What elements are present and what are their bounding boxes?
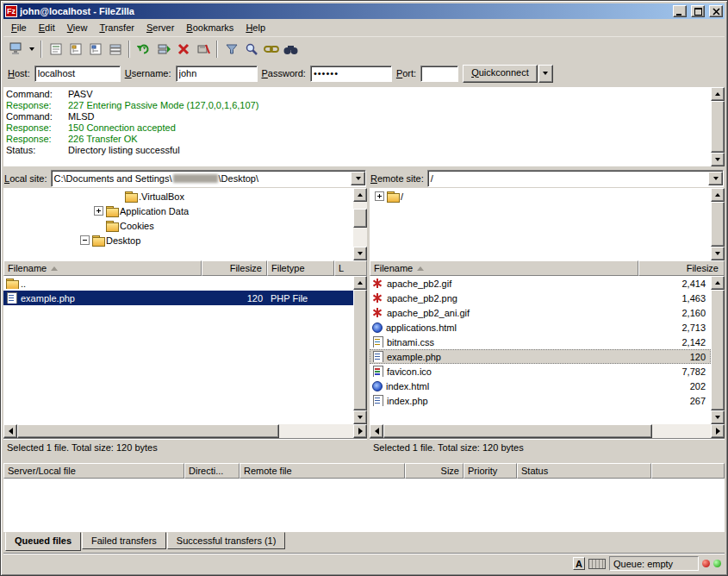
compare-directories-button[interactable] (241, 39, 261, 59)
local-tree-scrollbar[interactable] (353, 188, 367, 260)
local-site-dropdown-button[interactable] (351, 172, 365, 185)
file-row[interactable]: index.html 202 (370, 379, 711, 393)
username-input[interactable] (176, 66, 258, 82)
menu-transfer[interactable]: Transfer (93, 20, 140, 35)
refresh-button[interactable] (134, 39, 153, 59)
column-header-lastmodified[interactable]: L (334, 260, 367, 276)
scroll-down-button[interactable] (711, 247, 725, 260)
host-input[interactable] (34, 66, 121, 82)
scroll-down-button[interactable] (353, 410, 367, 424)
scroll-down-button[interactable] (711, 410, 725, 424)
close-button[interactable] (709, 5, 723, 17)
quickconnect-button[interactable]: Quickconnect (463, 65, 538, 83)
column-header-filetype[interactable]: Filetype (267, 260, 334, 276)
local-site-combo[interactable]: C:\Documents and Settings\\Desktop\ (51, 170, 366, 187)
scroll-left-button[interactable] (370, 424, 383, 438)
scrollbar-thumb[interactable] (711, 101, 725, 153)
file-row[interactable]: favicon.ico 7,782 (370, 364, 711, 379)
menu-help[interactable]: Help (240, 20, 271, 35)
scroll-down-button[interactable] (711, 153, 725, 166)
expander-minus-icon[interactable] (80, 235, 90, 245)
column-header-server-local-file[interactable]: Server/Local file (3, 463, 184, 479)
scrollbar-thumb[interactable] (711, 290, 725, 410)
titlebar[interactable]: john@localhost - FileZilla (3, 3, 725, 19)
scroll-left-button[interactable] (3, 424, 17, 438)
file-row-parent-dir[interactable]: .. (3, 276, 353, 291)
arrow-left-icon (9, 428, 13, 435)
local-horizontal-scrollbar[interactable] (3, 424, 367, 438)
scroll-right-button[interactable] (353, 424, 367, 438)
toggle-transfer-queue-button[interactable] (105, 39, 125, 59)
menu-server[interactable]: Server (140, 20, 180, 35)
remote-horizontal-scrollbar[interactable] (370, 424, 725, 438)
menu-bookmarks[interactable]: Bookmarks (180, 20, 240, 35)
remote-site-dropdown-button[interactable] (708, 172, 723, 185)
tree-item-virtualbox[interactable]: .VirtualBox (3, 189, 353, 203)
synchronized-browsing-button[interactable] (261, 39, 281, 59)
process-queue-button[interactable] (153, 39, 173, 59)
tab-failed-transfers[interactable]: Failed transfers (82, 532, 166, 549)
column-header-filename[interactable]: Filename (370, 260, 638, 276)
scroll-down-button[interactable] (353, 247, 367, 260)
log-line: Status:Directory listing successful (6, 145, 708, 156)
menu-edit[interactable]: Edit (33, 20, 61, 35)
log-scrollbar[interactable] (711, 87, 725, 166)
remote-list-scrollbar[interactable] (711, 276, 725, 424)
site-manager-dropdown-button[interactable] (26, 39, 37, 59)
scroll-right-button[interactable] (711, 424, 725, 438)
scrollbar-thumb[interactable] (711, 202, 725, 247)
column-header-remote-file[interactable]: Remote file (240, 463, 405, 479)
column-header-size[interactable]: Size (405, 463, 464, 479)
menu-file[interactable]: File (5, 20, 33, 35)
local-list-scrollbar[interactable] (353, 276, 367, 424)
file-row[interactable]: bitnami.css 2,142 (370, 335, 711, 349)
queue-list-empty[interactable] (3, 479, 725, 532)
tree-item-application-data[interactable]: Application Data (3, 203, 353, 218)
tree-item-cookies[interactable]: Cookies (3, 218, 353, 233)
tree-item-desktop[interactable]: Desktop (3, 233, 353, 247)
file-row-selected[interactable]: example.php 120 PHP File (3, 291, 353, 305)
port-input[interactable] (420, 66, 458, 82)
quickconnect-dropdown-button[interactable] (538, 65, 553, 83)
find-files-button[interactable] (281, 39, 301, 59)
column-header-priority[interactable]: Priority (464, 463, 517, 479)
file-row[interactable]: index.php 267 (370, 393, 711, 408)
toggle-remote-tree-button[interactable] (85, 39, 105, 59)
site-manager-button[interactable] (6, 39, 26, 59)
file-row[interactable]: apache_pb2.png 1,463 (370, 291, 711, 305)
tab-successful-transfers[interactable]: Successful transfers (1) (167, 532, 286, 549)
column-header-status[interactable]: Status (517, 463, 651, 479)
disconnect-button[interactable] (193, 39, 213, 59)
file-row[interactable]: applications.html 2,713 (370, 320, 711, 335)
password-input[interactable] (310, 66, 392, 82)
column-header-filename[interactable]: Filename (3, 260, 202, 276)
cancel-button[interactable] (173, 39, 193, 59)
toggle-local-tree-button[interactable] (65, 39, 85, 59)
scroll-up-button[interactable] (353, 276, 367, 290)
scrollbar-thumb[interactable] (383, 424, 652, 438)
remote-site-combo[interactable]: / (427, 170, 724, 187)
scroll-up-button[interactable] (353, 188, 367, 202)
scrollbar-thumb[interactable] (17, 424, 279, 438)
column-header-filesize[interactable]: Filesize (638, 260, 725, 276)
scrollbar-thumb[interactable] (353, 209, 367, 228)
expander-plus-icon[interactable] (94, 206, 103, 216)
menu-view[interactable]: View (61, 20, 94, 35)
scroll-up-button[interactable] (711, 276, 725, 290)
remote-tree-scrollbar[interactable] (711, 188, 725, 260)
column-header-direction[interactable]: Directi... (184, 463, 240, 479)
file-row-selected[interactable]: example.php 120 (370, 349, 711, 364)
scroll-up-button[interactable] (711, 87, 725, 101)
minimize-button[interactable] (673, 5, 687, 17)
file-row[interactable]: apache_pb2_ani.gif 2,160 (370, 305, 711, 320)
filter-button[interactable] (221, 39, 241, 59)
expander-plus-icon[interactable] (375, 191, 384, 201)
column-header-filesize[interactable]: Filesize (202, 260, 267, 276)
file-row[interactable]: apache_pb2.gif 2,414 (370, 276, 711, 291)
tree-item-root[interactable]: / (370, 189, 711, 203)
scrollbar-thumb[interactable] (353, 290, 367, 410)
maximize-button[interactable] (691, 5, 705, 17)
scroll-up-button[interactable] (711, 188, 725, 202)
toggle-message-log-button[interactable] (46, 39, 65, 59)
tab-queued-files[interactable]: Queued files (5, 532, 81, 551)
